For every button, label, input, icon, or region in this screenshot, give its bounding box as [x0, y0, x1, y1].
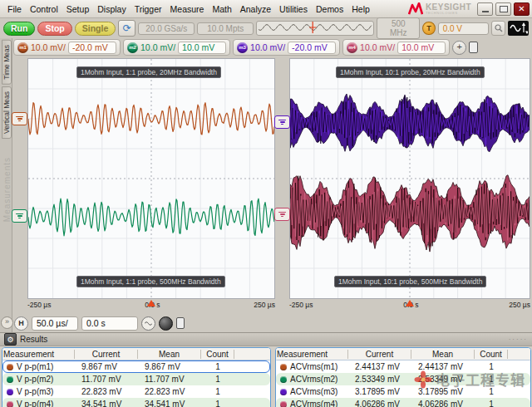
ground-marker-m1[interactable]: [12, 112, 27, 125]
m2-dot-icon: [280, 376, 287, 383]
table-row-acvrms-m1[interactable]: ACVrms(m1) 2.44137 mV 2.44137 mV 1: [276, 360, 530, 373]
menu-measure[interactable]: Measure: [166, 2, 209, 16]
menu-display[interactable]: Display: [93, 2, 130, 16]
channel-m4-badge[interactable]: m4 10.0 mV/ 10.0 mV: [342, 39, 450, 56]
m2-dot-icon: [7, 376, 13, 383]
memory-depth-readout: 10.0 Mpts: [197, 22, 254, 35]
trigger-level-field[interactable]: 0.0 V: [438, 22, 489, 35]
results-panel: ⚙ Results ····· Measurement Current Mean…: [0, 332, 532, 407]
drag-handle-icon[interactable]: ·····: [509, 336, 528, 343]
ground-marker-m2[interactable]: [12, 209, 27, 223]
timebase-row: H 50.0 µs/ 0.0 s: [14, 315, 530, 331]
restore-icon: [500, 6, 508, 12]
waveform-display-left: [28, 59, 274, 298]
col-current[interactable]: Current: [75, 350, 138, 359]
trigger-position-marker-right[interactable]: [406, 300, 414, 306]
scope-grid-left[interactable]: [27, 58, 275, 299]
zoom-waveform-icon: [145, 321, 152, 326]
menu-math[interactable]: Math: [208, 2, 235, 16]
menu-analyze[interactable]: Analyze: [236, 2, 275, 16]
table-row-vpp-m4[interactable]: V p-p(m4) 34.541 mV 34.541 mV 1: [2, 398, 270, 407]
menu-setup[interactable]: Setup: [62, 2, 93, 16]
zoom-mode-button[interactable]: [141, 316, 155, 331]
keysight-logo: KEYSIGHT TECHNOLOGIES: [408, 2, 471, 16]
refresh-icon: ⟳: [123, 23, 131, 33]
results-title: Results: [20, 335, 47, 344]
menu-file[interactable]: File: [3, 2, 26, 16]
trigger-source-icon[interactable]: T: [422, 22, 435, 35]
label-m3-bandwidth: 1Mohm Input, 10:1 probe, 20MHz Bandwidth: [336, 66, 485, 78]
col-count[interactable]: Count: [475, 350, 508, 359]
bandwidth-readout: 500 MHz: [377, 17, 420, 39]
m3-dot-icon: [7, 389, 13, 395]
col-measurement[interactable]: Measurement: [3, 350, 75, 359]
table-row-vpp-m3[interactable]: V p-p(m3) 22.823 mV 22.823 mV 1: [2, 385, 270, 398]
channel-m4-scale[interactable]: 10.0 mV/: [360, 42, 395, 52]
menu-demos[interactable]: Demos: [312, 2, 347, 16]
timebase-position-field[interactable]: 0.0 s: [81, 316, 138, 331]
left-sidebar: Time Meas Vertical Meas Measurements: [0, 38, 12, 332]
label-m2-bandwidth: 1Mohm Input, 1:1 probe, 500MHz Bandwidth: [76, 276, 225, 287]
touch-refresh-button[interactable]: ⟳: [118, 20, 135, 37]
minimize-icon: [482, 11, 489, 12]
channel-m3-badge[interactable]: m3 10.0 mV/ -20.0 mV: [233, 39, 340, 56]
timebase-scale-field[interactable]: 50.0 µs/: [32, 316, 78, 331]
col-mean[interactable]: Mean: [138, 350, 201, 359]
col-count[interactable]: Count: [201, 350, 234, 359]
menu-utilities[interactable]: Utilities: [275, 2, 312, 16]
ground-marker-m3[interactable]: [274, 115, 290, 129]
close-icon: ✕: [518, 4, 525, 13]
x-max-label: 250 µs: [254, 301, 275, 311]
channel-m1-offset-field[interactable]: -20.0 mV: [68, 42, 116, 54]
table-row-acvrms-m4[interactable]: ACVrms(m4) 4.06286 mV 4.06286 mV 1: [276, 398, 530, 407]
tab-time-meas[interactable]: Time Meas: [2, 40, 12, 85]
close-button[interactable]: ✕: [514, 2, 530, 16]
menu-help[interactable]: Help: [347, 2, 374, 16]
add-channel-button[interactable]: +: [452, 41, 466, 55]
ground-marker-m4[interactable]: [274, 208, 290, 221]
channel-m1-badge[interactable]: m1 10.0 mV/ -20.0 mV: [13, 39, 121, 56]
channel-m4-offset-field[interactable]: 10.0 mV: [397, 42, 446, 54]
col-current[interactable]: Current: [348, 350, 411, 359]
col-mean[interactable]: Mean: [411, 350, 475, 359]
display-layout-icon[interactable]: [469, 42, 478, 53]
horizontal-button[interactable]: H: [14, 316, 28, 331]
channel-m2-offset-field[interactable]: 10.0 mV: [178, 42, 226, 54]
tab-vertical-meas[interactable]: Vertical Meas: [2, 86, 12, 139]
single-button[interactable]: Single: [75, 22, 116, 36]
trigger-position-marker-left[interactable]: [147, 300, 155, 306]
horizontal-position-indicator[interactable]: [256, 21, 374, 36]
display-mode-icon[interactable]: [176, 317, 185, 329]
zoom-tool-button[interactable]: [491, 21, 505, 36]
table-row-acvrms-m2[interactable]: ACVrms(m2) 2.53349 mV 2.53349 mV 1: [276, 373, 530, 385]
channel-m1-scale[interactable]: 10.0 mV/: [31, 42, 66, 52]
table-row-vpp-m2[interactable]: V p-p(m2) 11.707 mV 11.707 mV 1: [2, 373, 270, 385]
channel-m2-scale[interactable]: 10.0 mV/: [140, 42, 175, 52]
restore-button[interactable]: [495, 2, 511, 16]
table-row-acvrms-m3[interactable]: ACVrms(m3) 3.17895 mV 3.17895 mV 1: [276, 385, 530, 398]
timebase-knob[interactable]: [159, 316, 173, 331]
m1-dot-icon: [7, 364, 13, 370]
table-row-vpp-m1[interactable]: V p-p(m1) 9.867 mV 9.867 mV 1: [2, 360, 270, 373]
brand-sub: TECHNOLOGIES: [426, 12, 471, 15]
autoscale-button[interactable]: [508, 21, 529, 36]
col-measurement[interactable]: Measurement: [277, 350, 348, 359]
channel-m2-badge[interactable]: m2 10.0 mV/ 10.0 mV: [123, 39, 230, 56]
measurement-table-acvrms: Measurement Current Mean Count ACVrms(m1…: [275, 347, 531, 407]
channel-m3-offset-field[interactable]: -20.0 mV: [288, 42, 336, 54]
channel-m4-icon: m4: [347, 42, 357, 53]
keysight-spark-icon: [408, 2, 423, 16]
gear-icon[interactable]: ⚙: [4, 333, 17, 346]
scope-grid-right[interactable]: [289, 58, 530, 299]
m4-dot-icon: [280, 401, 287, 407]
channel-m3-scale[interactable]: 10.0 mV/: [250, 42, 285, 52]
channel-m3-icon: m3: [237, 42, 248, 53]
x-max-label: 250 µs: [509, 301, 530, 311]
measurement-table-vpp: Measurement Current Mean Count V p-p(m1)…: [2, 347, 271, 407]
menu-control[interactable]: Control: [26, 2, 62, 16]
minimize-button[interactable]: [477, 2, 493, 16]
run-button[interactable]: Run: [3, 22, 35, 36]
stop-button[interactable]: Stop: [37, 22, 71, 36]
sidebar-expand-button[interactable]: »: [1, 316, 13, 329]
menu-trigger[interactable]: Trigger: [131, 2, 166, 16]
